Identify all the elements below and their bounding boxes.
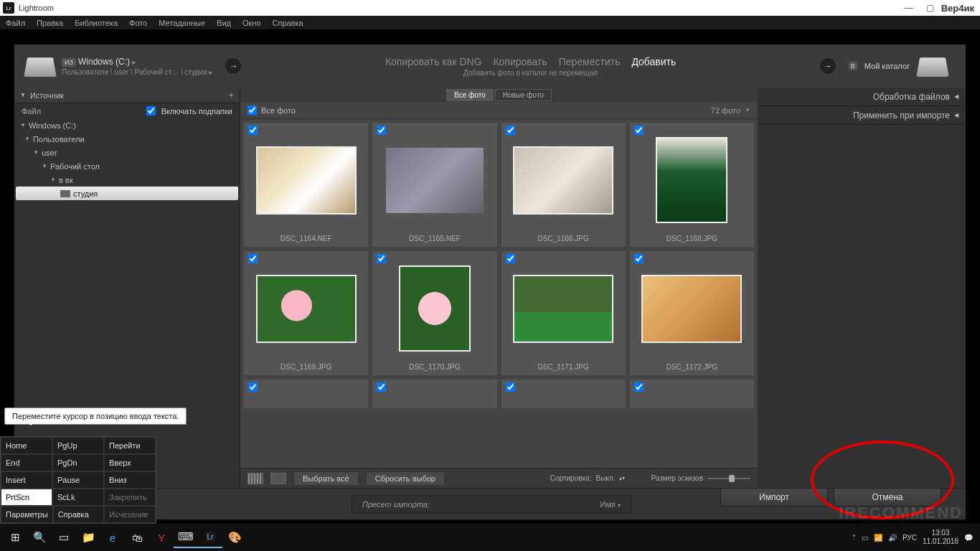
source-pane-header[interactable]: ▼ Источник + (14, 88, 240, 103)
battery-icon[interactable]: ▭ (862, 534, 868, 542)
tray-chevron-icon[interactable]: ˄ (852, 534, 856, 542)
include-subfolders-checkbox[interactable] (146, 106, 156, 116)
tree-studio[interactable]: студия (16, 187, 238, 200)
start-button[interactable]: ⊞ (3, 527, 27, 548)
thumb-checkbox[interactable] (634, 254, 644, 263)
thumbnail-cell[interactable]: DSC_1166.JPG (501, 122, 626, 248)
menu-library[interactable]: Библиотека (75, 19, 118, 27)
cancel-button[interactable]: Отмена (834, 488, 941, 507)
tree-vk[interactable]: ▼в вк (14, 173, 240, 187)
key-go[interactable]: Перейти (104, 437, 156, 454)
tree-desktop[interactable]: ▼Рабочий стол (14, 159, 240, 173)
thumb-checkbox[interactable] (248, 254, 258, 263)
task-view-icon[interactable]: ▭ (52, 527, 76, 548)
key-fade[interactable]: Исчезание (104, 506, 156, 523)
file-handling-section[interactable]: Обработка файлов◀ (758, 88, 966, 106)
store-icon[interactable]: 🛍 (125, 527, 149, 548)
select-all-button[interactable]: Выбрать всё (293, 471, 359, 486)
thumb-checkbox[interactable] (377, 382, 386, 392)
paint-icon[interactable]: 🎨 (222, 527, 247, 548)
key-pause[interactable]: Pause (52, 471, 104, 489)
key-pgdn[interactable]: PgDn (52, 454, 104, 471)
search-icon[interactable]: 🔍 (27, 527, 52, 548)
chevron-down-icon[interactable]: ▼ (745, 107, 750, 113)
tree-root[interactable]: ▼Windows (C:) (14, 118, 240, 132)
menu-help[interactable]: Справка (273, 19, 303, 27)
thumb-checkbox[interactable] (377, 254, 386, 263)
lang-indicator[interactable]: РУС (903, 534, 917, 542)
destination-block[interactable]: В Мой каталог (849, 62, 910, 70)
minimize-button[interactable]: — (898, 3, 920, 13)
thumbnail-cell[interactable]: DSC_1170.JPG (372, 250, 497, 376)
thumbnail-cell[interactable]: DSC_1171.JPG (501, 250, 626, 376)
arrow-right-icon[interactable]: → (225, 58, 241, 74)
osk-taskbar-icon[interactable]: ⌨ (174, 527, 198, 548)
action-add[interactable]: Добавить (631, 56, 676, 67)
thumb-checkbox[interactable] (506, 382, 515, 392)
key-sclk[interactable]: ScLk (52, 489, 104, 506)
thumb-checkbox[interactable] (634, 382, 644, 392)
tree-user[interactable]: ▼user (14, 146, 240, 159)
thumb-checkbox[interactable] (506, 126, 515, 135)
thumbnail-cell[interactable]: DSC_1165.NEF (372, 122, 497, 248)
menu-metadata[interactable]: Метаданные (159, 19, 205, 27)
action-move[interactable]: Переместить (559, 56, 621, 67)
maximize-button[interactable]: ▢ (920, 3, 941, 13)
key-home[interactable]: Home (1, 437, 52, 454)
thumb-checkbox[interactable] (248, 382, 258, 392)
thumbnail-cell[interactable]: DSC_1164.NEF (243, 122, 369, 248)
add-source-button[interactable]: + (228, 90, 234, 100)
import-button[interactable]: Импорт (720, 488, 828, 507)
thumbnail-cell[interactable] (243, 379, 369, 409)
thumbnail-cell[interactable]: DSC_1168.JPG (629, 122, 755, 248)
action-copy[interactable]: Копировать (493, 56, 547, 67)
menu-view[interactable]: Вид (217, 19, 231, 27)
volume-icon[interactable]: 🔊 (888, 534, 897, 542)
apply-during-import-section[interactable]: Применить при импорте◀ (758, 106, 966, 125)
key-pgup[interactable]: PgUp (52, 437, 104, 454)
wifi-icon[interactable]: 📶 (874, 534, 882, 542)
action-copy-dng[interactable]: Копировать как DNG (385, 56, 482, 67)
key-help[interactable]: Справка (53, 506, 105, 523)
menu-photo[interactable]: Фото (129, 19, 147, 27)
source-block[interactable]: ИЗ Windows (C:) ▸ Пользователи \ user \ … (62, 57, 212, 76)
thumbnail-cell[interactable] (501, 379, 626, 409)
edge-icon[interactable]: e (100, 527, 125, 548)
loupe-view-button[interactable] (270, 473, 286, 484)
key-options[interactable]: Параметры (1, 506, 53, 523)
filter-all-photos[interactable]: Все фото (446, 89, 494, 101)
grid-view-button[interactable] (248, 473, 263, 484)
key-down[interactable]: Вниз (104, 471, 156, 489)
thumb-checkbox[interactable] (248, 126, 258, 135)
notification-icon[interactable]: 💬 (964, 534, 973, 542)
arrow-right-icon-2[interactable]: → (820, 58, 836, 74)
key-prtscn[interactable]: PrtScn (1, 489, 52, 506)
key-dock[interactable]: Закрепить (104, 489, 156, 506)
thumb-checkbox[interactable] (634, 126, 644, 135)
system-tray[interactable]: ˄ ▭ 📶 🔊 РУС 13:03 11.01.2018 💬 (852, 529, 977, 546)
thumb-checkbox[interactable] (506, 254, 515, 263)
explorer-icon[interactable]: 📁 (76, 527, 100, 548)
thumbnail-cell[interactable]: DSC_1169.JPG (243, 250, 369, 376)
import-preset-bar[interactable]: Пресет импорта: Имя ▾ (352, 495, 631, 514)
thumbnail-cell[interactable]: DSC_1172.JPG (629, 250, 755, 376)
key-up[interactable]: Вверх (104, 454, 156, 471)
menu-window[interactable]: Окно (242, 19, 261, 27)
filter-new-photos[interactable]: Новые фото (495, 89, 552, 101)
thumb-checkbox[interactable] (377, 126, 386, 135)
key-end[interactable]: End (1, 454, 52, 471)
deselect-all-button[interactable]: Сбросить выбор (366, 471, 445, 486)
menu-edit[interactable]: Правка (37, 19, 63, 27)
thumbnail-cell[interactable] (372, 379, 497, 409)
thumbnail-cell[interactable] (629, 379, 755, 409)
clock[interactable]: 13:03 11.01.2018 (923, 529, 958, 546)
key-insert[interactable]: Insert (1, 471, 52, 489)
select-all-checkbox[interactable] (248, 105, 257, 115)
photo-count: 72 фото (711, 106, 740, 115)
thumb-size-slider[interactable] (707, 478, 750, 479)
menu-file[interactable]: Файл (6, 19, 25, 27)
lightroom-taskbar-icon[interactable]: Lr (198, 527, 222, 548)
tree-users[interactable]: ▼Пользователи (14, 132, 240, 146)
yandex-icon[interactable]: Y (149, 527, 174, 548)
sort-value[interactable]: Выкл. (595, 474, 615, 482)
